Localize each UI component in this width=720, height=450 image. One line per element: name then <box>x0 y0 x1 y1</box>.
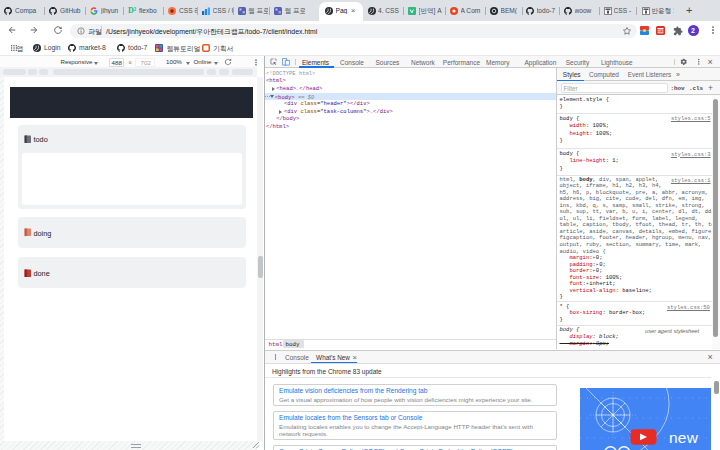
svg-text:new: new <box>669 429 699 446</box>
